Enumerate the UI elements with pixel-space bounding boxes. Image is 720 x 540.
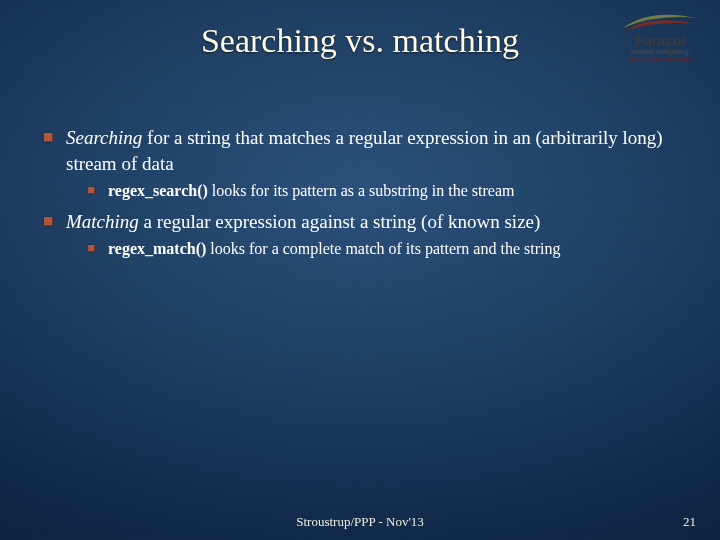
code-regex-match: regex_match() xyxy=(108,240,206,257)
sub-bullet-regex-match-text: looks for a complete match of its patter… xyxy=(206,240,560,257)
sub-bullet-regex-match: regex_match() looks for a complete match… xyxy=(86,237,690,261)
sub-bullet-regex-search-text: looks for its pattern as a substring in … xyxy=(208,182,515,199)
bullet-searching-text: for a string that matches a regular expr… xyxy=(66,127,663,174)
keyword-matching: Matching xyxy=(66,211,139,232)
bullet-searching: Searching for a string that matches a re… xyxy=(42,125,690,203)
code-regex-search: regex_search() xyxy=(108,182,208,199)
slide: Parasol Smarter computing. Texas A&M Uni… xyxy=(0,0,720,540)
slide-body: Searching for a string that matches a re… xyxy=(42,125,690,267)
bullet-matching-text: a regular expression against a string (o… xyxy=(139,211,541,232)
page-number: 21 xyxy=(683,514,696,530)
keyword-searching: Searching xyxy=(66,127,142,148)
slide-title: Searching vs. matching xyxy=(0,22,720,60)
footer-text: Stroustrup/PPP - Nov'13 xyxy=(0,514,720,530)
sub-bullet-regex-search: regex_search() looks for its pattern as … xyxy=(86,179,690,203)
bullet-matching: Matching a regular expression against a … xyxy=(42,209,690,261)
